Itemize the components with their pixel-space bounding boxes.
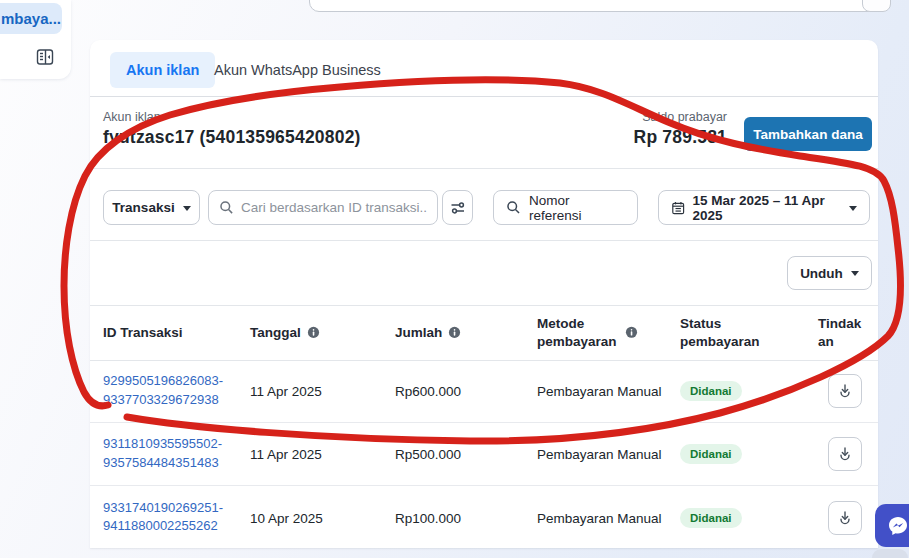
sliders-icon: [450, 200, 466, 216]
column-header-id: ID Transaksi: [103, 323, 183, 341]
column-header-amount: Jumlah: [395, 323, 461, 341]
payment-method: Pembayaran Manual: [537, 447, 662, 462]
date-range-label: 15 Mar 2025 – 11 Apr 2025: [692, 193, 842, 223]
transaction-date: 11 Apr 2025: [250, 384, 322, 399]
tabs-divider: [90, 96, 878, 97]
transaction-amount: Rp100.000: [395, 510, 461, 525]
column-header-action: Tindakan: [818, 314, 866, 350]
column-header-status: Status pembayaran: [680, 314, 766, 350]
transaction-type-label: Transaksi: [112, 200, 174, 215]
status-badge: Didanai: [680, 508, 742, 528]
billing-page: mbaya... Akun iklan Akun WhatsApp Busine…: [0, 0, 909, 558]
download-icon: [837, 446, 853, 462]
payment-method: Pembayaran Manual: [537, 510, 662, 525]
top-right-button[interactable]: [862, 0, 891, 12]
filters-divider: [90, 240, 878, 241]
download-icon: [837, 383, 853, 399]
search-icon: [506, 200, 521, 215]
chevron-down-icon: [849, 206, 857, 211]
payment-method: Pembayaran Manual: [537, 384, 662, 399]
billing-card: Akun iklan Akun WhatsApp Business Akun i…: [90, 40, 878, 548]
reference-number-button[interactable]: Nomor referensi: [493, 190, 638, 225]
tab-akun-whatsapp-business[interactable]: Akun WhatsApp Business: [198, 52, 397, 88]
transaction-date: 11 Apr 2025: [250, 447, 322, 462]
table-row: 9311810935595502-9357584484351483 11 Apr…: [90, 423, 878, 486]
search-icon: [219, 200, 234, 215]
filter-settings-button[interactable]: [442, 190, 473, 225]
transaction-date: 10 Apr 2025: [250, 510, 323, 525]
status-badge: Didanai: [680, 381, 742, 401]
download-icon: [837, 510, 853, 526]
download-label: Unduh: [800, 266, 843, 281]
transaction-id-link[interactable]: 9299505196826083-9337703329672938: [103, 372, 223, 410]
table-row: 9299505196826083-9337703329672938 11 Apr…: [90, 360, 878, 423]
column-header-method: Metode pembayaran: [537, 314, 638, 350]
transaction-amount: Rp600.000: [395, 384, 461, 399]
info-icon[interactable]: [625, 326, 638, 339]
sidebar-item-pembayaran[interactable]: mbaya...: [0, 3, 62, 34]
transaction-type-dropdown[interactable]: Transaksi: [103, 190, 200, 225]
account-type-label: Akun iklan: [103, 110, 161, 124]
top-search-bar[interactable]: [309, 0, 881, 12]
transaction-id-link[interactable]: 9311810935595502-9357584484351483: [103, 435, 222, 473]
account-divider: [90, 168, 878, 169]
info-icon[interactable]: [448, 326, 461, 339]
download-dropdown-button[interactable]: Unduh: [787, 256, 872, 290]
table-header-row: ID Transaksi Tanggal Jumlah Meto: [90, 305, 878, 360]
reference-number-label: Nomor referensi: [529, 193, 625, 223]
chat-bubble-icon: [886, 514, 909, 538]
transaction-id-link[interactable]: 9331740190269251-9411880002255262: [103, 499, 223, 537]
status-badge: Didanai: [680, 444, 742, 464]
download-invoice-button[interactable]: [828, 374, 862, 408]
calendar-icon: [671, 200, 685, 216]
table-row: 9331740190269251-9411880002255262 10 Apr…: [90, 486, 878, 549]
add-funds-button[interactable]: Tambahkan dana: [744, 117, 872, 151]
download-invoice-button[interactable]: [828, 437, 862, 471]
transaction-amount: Rp500.000: [395, 447, 461, 462]
tab-akun-iklan-label: Akun iklan: [126, 62, 199, 78]
chevron-down-icon: [851, 271, 859, 276]
tab-whatsapp-label: Akun WhatsApp Business: [214, 62, 381, 78]
date-range-picker[interactable]: 15 Mar 2025 – 11 Apr 2025: [658, 190, 870, 225]
transaction-search-input[interactable]: [241, 200, 427, 215]
info-icon[interactable]: [307, 326, 320, 339]
column-header-date: Tanggal: [250, 323, 320, 341]
add-funds-label: Tambahkan dana: [753, 127, 862, 142]
balance-label: Saldo prabayar: [530, 110, 727, 124]
download-invoice-button[interactable]: [828, 501, 862, 535]
balance-value: Rp 789.581: [530, 127, 727, 148]
secondary-fab-fragment[interactable]: [872, 549, 908, 558]
chat-support-button[interactable]: [875, 504, 909, 547]
sidebar: mbaya...: [0, 0, 71, 79]
account-name: fyutzasc17 (540135965420802): [103, 127, 361, 148]
chevron-down-icon: [183, 206, 191, 211]
sidebar-collapse-icon[interactable]: [33, 45, 57, 69]
transaction-search: [208, 190, 438, 225]
